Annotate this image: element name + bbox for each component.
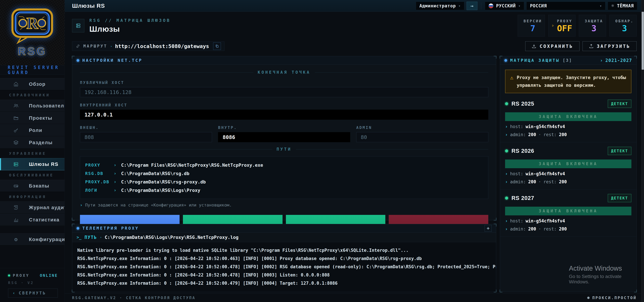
corner-bracket <box>72 224 74 227</box>
sidebar-item-partitions[interactable]: Разделы <box>0 136 64 149</box>
host-row: › host: win-g54cfh4sfv4 <box>505 218 632 223</box>
link-icon <box>76 44 80 48</box>
stat-label: ВЕРСИИ <box>524 19 542 23</box>
rest-value: 200 <box>559 132 567 137</box>
host-value: win-g54cfh4sfv4 <box>526 218 565 223</box>
admin-port-input[interactable] <box>356 132 488 142</box>
sidebar-item-roles[interactable]: Роли <box>0 124 64 136</box>
sidebar-item-label: Обзор <box>29 81 46 87</box>
detect-badge: ДЕТЕКТ <box>608 194 632 202</box>
footer-right-text: ПРОКСИ.ПРОСТОЙ <box>592 296 636 300</box>
corner-bracket <box>494 218 496 220</box>
sidebar-item-statistics[interactable]: Статистика <box>0 214 64 226</box>
chevron-right-icon: › <box>114 163 120 168</box>
watermark-line2: Go to Settings to activate Windows. <box>569 274 636 285</box>
page-title: Шлюзы <box>89 24 171 33</box>
load-button[interactable]: ЗАГРУЗИТЬ <box>582 41 636 51</box>
admin-label: admin: <box>510 132 526 137</box>
watermark-line1: Activate Windows <box>569 265 636 272</box>
corner-bracket <box>634 290 637 292</box>
user-menu-dropdown[interactable]: Администратор ▾ <box>416 2 464 10</box>
internal-port-input[interactable] <box>218 132 350 142</box>
stat-value: 3 <box>622 24 627 32</box>
chevron-right-icon: › <box>114 171 120 176</box>
sidebar-item-backups[interactable]: Бэкапы <box>0 180 64 192</box>
telemetry-panel-header: ТЕЛЕМЕТРИЯ PROXY + <box>72 224 496 233</box>
host-value: win-g54cfh4sfv4 <box>526 124 565 129</box>
internal-host-input[interactable] <box>80 110 488 120</box>
collapse-sidebar-button[interactable]: ‹ СВЕРНУТЬ <box>8 289 58 298</box>
region-dropdown[interactable]: РОССИЯ ▾ <box>526 2 605 10</box>
stat-label: ОБНАР. <box>615 19 634 23</box>
external-port-input[interactable] <box>80 132 212 142</box>
chevron-down-icon: ▾ <box>600 4 602 8</box>
route-box: МАРШРУТ › http://localhost:5080/gateways <box>72 41 224 51</box>
russia-flag-icon <box>488 3 494 8</box>
warning-icon: ⚠ <box>510 74 513 89</box>
chevron-down-icon: ▾ <box>458 4 461 8</box>
nav-section-management: УПРАВЛЕНИЕ <box>0 149 64 158</box>
left-column: НАСТРОЙКИ NET.TCP КОНЕЧНАЯ ТОЧКА ПУБЛИЧН… <box>72 56 496 292</box>
version-status-dot <box>505 102 508 105</box>
terminal-icon: >_ <box>76 235 82 240</box>
corner-bracket <box>72 290 74 292</box>
bar-chart-icon <box>13 217 19 223</box>
page-icon-box <box>72 19 84 32</box>
logo-area: R RSG <box>0 0 64 65</box>
paths-note: › Пути задаются на странице «Конфигураци… <box>80 203 488 208</box>
sidebar-item-overview[interactable]: Обзор <box>0 78 64 90</box>
path-row-proxydb: PROXY.DB › C:\ProgramData\RSG\rsg-proxy.… <box>85 178 483 186</box>
nav-section-maintenance: ОБСЛУЖИВАНИЕ <box>0 170 64 180</box>
chevron-right-icon: › <box>114 179 120 184</box>
chevron-right-icon: › <box>100 236 102 239</box>
protection-toggle-bar[interactable]: ЗАЩИТА ВКЛЮЧЕНА <box>505 207 632 215</box>
protection-toggle-bar[interactable]: ЗАЩИТА ВКЛЮЧЕНА <box>505 159 632 168</box>
matrix-version-range: › 2021-2027 <box>600 58 632 63</box>
ports-status-row: › admin: 200 · rest: 200 <box>505 132 632 137</box>
sidebar-item-configuration[interactable]: ⚙ Конфигурация <box>0 233 64 246</box>
endpoint-section-divider: КОНЕЧНАЯ ТОЧКА <box>80 70 488 75</box>
public-host-input[interactable] <box>80 87 488 97</box>
expand-telemetry-button[interactable]: + <box>484 225 492 232</box>
version-block-rs2025: RS 2025 ДЕТЕКТ ЗАЩИТА ВКЛЮЧЕНА › host: w… <box>500 95 636 142</box>
rest-value: 200 <box>559 227 567 232</box>
topbar-divider <box>481 2 481 9</box>
settings-panel-title: НАСТРОЙКИ NET.TCP <box>82 58 142 63</box>
proxy-status-value: ONLINE <box>40 273 58 278</box>
sidebar-item-users[interactable]: Пользователи <box>0 100 64 112</box>
key-icon <box>13 127 19 133</box>
save-button[interactable]: СОХРАНИТЬ <box>525 41 579 51</box>
sidebar-item-audit-log[interactable]: Журнал аудита <box>0 201 64 214</box>
page-scrollbar[interactable] <box>641 0 644 302</box>
protection-toggle-bar[interactable]: ЗАЩИТА ВКЛЮЧЕНА <box>505 112 632 121</box>
admin-value: 200 <box>528 179 536 184</box>
chevron-right-icon: › <box>110 45 112 48</box>
stat-card-detected: ОБНАР.3 <box>610 15 636 37</box>
admin-label: admin: <box>510 227 526 232</box>
stat-label: ЗАЩИТА <box>585 19 603 23</box>
admin-value: 200 <box>528 227 536 232</box>
proxy-warning-banner: ⚠ Proxy не запущен. Запустите proxy, что… <box>505 70 632 93</box>
corner-bracket <box>634 56 637 59</box>
copy-url-button[interactable] <box>213 42 221 50</box>
collapse-label: СВЕРНУТЬ <box>19 291 46 296</box>
users-icon <box>13 103 19 109</box>
admin-port-label: ADMIN <box>356 125 488 130</box>
panel-status-dot <box>76 59 79 62</box>
home-icon <box>13 81 19 87</box>
sidebar-item-projects[interactable]: Проекты <box>0 112 64 124</box>
version-status-dot <box>505 197 508 200</box>
theme-toggle-button[interactable]: ☼ ТЁМНАЯ <box>608 2 637 10</box>
sidebar-item-label: Проекты <box>29 115 52 121</box>
breadcrumb: RSG // МАТРИЦА ШЛЮЗОВ <box>89 18 171 23</box>
paths-note-text: Пути задаются на странице «Конфигурация»… <box>85 203 232 208</box>
sidebar-nav: Обзор СПРАВОЧНИКИ Пользователи Проекты Р… <box>0 75 64 302</box>
sidebar-item-gateways[interactable]: Шлюзы RS <box>0 158 64 170</box>
language-dropdown[interactable]: РУССКИЙ ▾ <box>485 2 524 10</box>
windows-activation-watermark: Activate Windows Go to Settings to activ… <box>500 265 636 292</box>
scrollbar-thumb[interactable] <box>642 12 644 70</box>
matrix-count: [3] <box>563 58 572 63</box>
logout-button[interactable]: → <box>466 2 477 10</box>
log-output[interactable]: Native library pre-loader is trying to l… <box>72 242 496 292</box>
route-url: http://localhost:5080/gateways <box>115 43 209 49</box>
